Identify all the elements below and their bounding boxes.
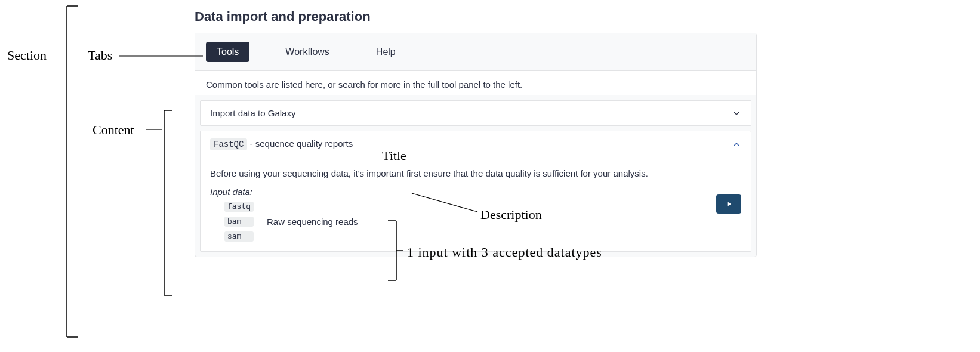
tab-bar: Tools Workflows Help (195, 33, 756, 70)
accordion-item-import: Import data to Galaxy (200, 100, 751, 126)
section-title: Data import and preparation (195, 9, 757, 24)
accordion-body-fastqc: Before using your sequencing data, it's … (201, 158, 751, 251)
anno-section: Section (7, 48, 47, 63)
run-tool-button[interactable] (716, 194, 741, 214)
input-heading: Input data: (210, 187, 741, 197)
tab-note: Common tools are listed here, or search … (195, 70, 756, 95)
section-card: Tools Workflows Help Common tools are li… (195, 33, 757, 257)
input-label: Raw sequencing reads (267, 217, 358, 227)
anno-content: Content (93, 122, 134, 138)
datatype-chip: sam (224, 231, 254, 242)
tool-code-chip: FastQC (210, 138, 247, 150)
datatype-chip: bam (224, 217, 254, 227)
accordion-title: FastQC - sequence quality reports (210, 138, 353, 150)
datatype-chip-stack: fastq bam sam (210, 202, 254, 242)
tool-title-suffix: - sequence quality reports (247, 138, 353, 149)
anno-tabs: Tabs (88, 48, 112, 63)
chevron-up-icon (732, 140, 741, 149)
tab-help[interactable]: Help (365, 42, 406, 62)
input-row: fastq bam sam Raw sequencing reads (210, 202, 741, 242)
accordion-header-fastqc[interactable]: FastQC - sequence quality reports (201, 131, 751, 158)
tab-workflows[interactable]: Workflows (275, 42, 340, 62)
tool-description: Before using your sequencing data, it's … (210, 168, 741, 178)
accordion-item-fastqc: FastQC - sequence quality reports Before… (200, 131, 751, 252)
datatype-chip: fastq (224, 202, 254, 212)
chevron-down-icon (732, 109, 741, 118)
accordion-header-import[interactable]: Import data to Galaxy (201, 101, 751, 125)
accordion-title: Import data to Galaxy (210, 108, 295, 118)
tab-tools[interactable]: Tools (206, 42, 249, 62)
